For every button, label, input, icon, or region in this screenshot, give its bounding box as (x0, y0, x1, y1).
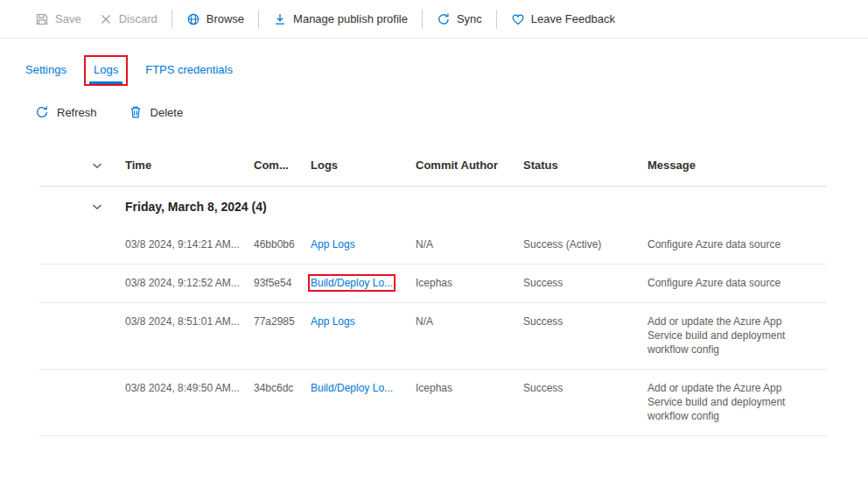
table-header-row: Time Com... Logs Commit Author Status Me… (39, 148, 827, 187)
cell-status: Success (Active) (523, 237, 648, 251)
header-logs: Logs (311, 159, 416, 173)
sync-icon (437, 12, 451, 26)
header-commit-author: Commit Author (416, 159, 523, 173)
header-commit: Com... (254, 159, 311, 173)
deployment-logs-table: Time Com... Logs Commit Author Status Me… (39, 148, 827, 436)
sync-label: Sync (457, 12, 482, 25)
trash-icon (129, 105, 143, 119)
command-bar: Save Discard Browse Manage publish profi… (0, 0, 868, 39)
logs-action-bar: Refresh Delete (0, 100, 868, 124)
cell-commit: 46bb0b6 (254, 237, 311, 251)
chevron-down-icon (90, 159, 104, 173)
cell-commit-author: N/A (416, 314, 523, 328)
save-icon (35, 12, 49, 26)
cell-status: Success (523, 276, 648, 290)
leave-feedback-label: Leave Feedback (531, 12, 615, 25)
cell-message: Add or update the Azure App Service buil… (648, 314, 827, 356)
cell-status: Success (523, 314, 648, 328)
toolbar-separator (258, 10, 259, 29)
build-deploy-logs-link[interactable]: Build/Deploy Lo... (311, 277, 393, 289)
toolbar-separator (172, 10, 172, 29)
header-status: Status (523, 159, 648, 173)
cell-time: 03/8 2024, 9:14:21 AM... (125, 237, 254, 251)
cell-time: 03/8 2024, 9:12:52 AM... (125, 276, 254, 290)
table-row[interactable]: 03/8 2024, 8:49:50 AM... 34bc6dc Build/D… (39, 370, 827, 436)
cell-commit: 77a2985 (254, 314, 311, 328)
download-icon (273, 12, 287, 26)
cell-time: 03/8 2024, 8:49:50 AM... (125, 381, 254, 395)
refresh-label: Refresh (57, 106, 97, 119)
refresh-icon (35, 105, 49, 119)
table-row[interactable]: 03/8 2024, 9:14:21 AM... 46bb0b6 App Log… (39, 226, 827, 265)
app-logs-link[interactable]: App Logs (311, 315, 355, 328)
toolbar-separator (496, 10, 497, 29)
build-deploy-logs-link[interactable]: Build/Deploy Lo... (311, 382, 393, 394)
manage-publish-profile-label: Manage publish profile (293, 12, 408, 25)
delete-button[interactable]: Delete (120, 100, 192, 124)
group-row: Friday, March 8, 2024 (4) (39, 187, 827, 226)
x-icon (99, 12, 113, 26)
cell-status: Success (523, 381, 648, 395)
save-label: Save (55, 12, 81, 25)
table-row[interactable]: 03/8 2024, 8:51:01 AM... 77a2985 App Log… (39, 303, 827, 370)
sync-button[interactable]: Sync (428, 7, 491, 32)
manage-publish-profile-button[interactable]: Manage publish profile (264, 7, 416, 32)
group-collapse-chevron[interactable] (39, 200, 125, 214)
cell-message: Configure Azure data source (648, 237, 827, 251)
cell-commit-author: N/A (416, 237, 523, 251)
tab-strip: Settings Logs FTPS credentials (0, 39, 868, 84)
discard-label: Discard (119, 12, 158, 25)
globe-icon (186, 12, 200, 26)
collapse-all-chevron[interactable] (39, 159, 125, 173)
cell-commit: 93f5e54 (254, 276, 311, 290)
cell-message: Configure Azure data source (648, 276, 827, 290)
heart-icon (511, 12, 525, 26)
toolbar-separator (422, 10, 423, 29)
table-row[interactable]: 03/8 2024, 9:12:52 AM... 93f5e54 Build/D… (39, 265, 827, 303)
browse-button[interactable]: Browse (178, 7, 253, 32)
tab-settings[interactable]: Settings (18, 57, 74, 84)
header-message: Message (648, 159, 827, 173)
leave-feedback-button[interactable]: Leave Feedback (502, 7, 624, 32)
cell-message: Add or update the Azure App Service buil… (648, 381, 827, 423)
group-label: Friday, March 8, 2024 (4) (125, 200, 827, 214)
browse-label: Browse (206, 12, 244, 25)
save-button[interactable]: Save (26, 7, 90, 32)
header-time: Time (125, 159, 254, 173)
cell-commit-author: Icephas (416, 276, 523, 290)
chevron-down-icon (90, 200, 104, 214)
refresh-button[interactable]: Refresh (26, 100, 106, 124)
tab-logs[interactable]: Logs (86, 57, 126, 84)
cell-time: 03/8 2024, 8:51:01 AM... (125, 314, 254, 328)
delete-label: Delete (150, 106, 184, 119)
app-logs-link[interactable]: App Logs (311, 238, 355, 251)
cell-commit-author: Icephas (416, 381, 523, 395)
cell-commit: 34bc6dc (254, 381, 311, 395)
discard-button[interactable]: Discard (90, 7, 166, 32)
tab-ftps-credentials[interactable]: FTPS credentials (137, 57, 241, 84)
